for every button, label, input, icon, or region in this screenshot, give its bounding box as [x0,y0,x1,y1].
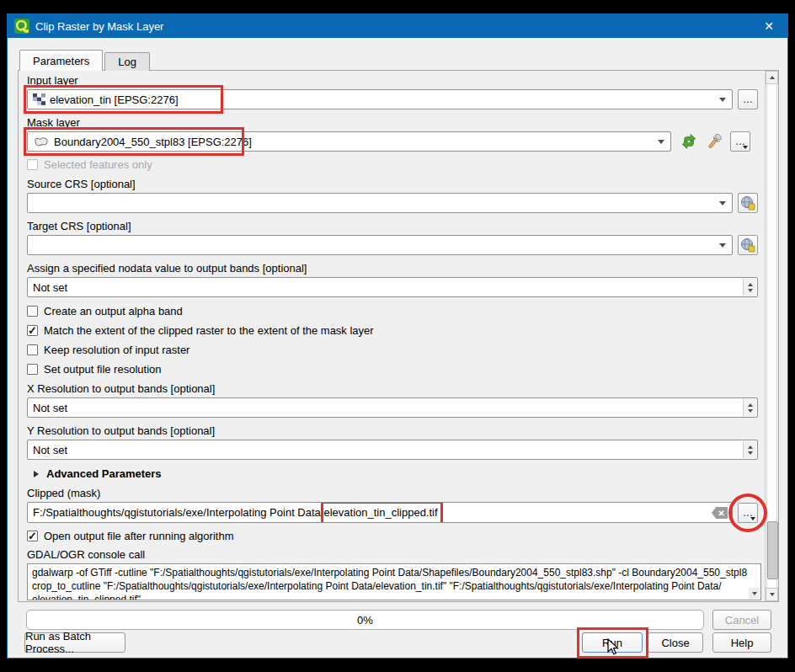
tab-bar: Parameters Log [19,50,150,71]
mask-layer-row: Boundary2004_550_stpl83 [EPSG:2276] [27,131,758,152]
progress-bar: 0% [26,610,704,630]
close-window-button[interactable]: ✕ [750,14,787,38]
create-alpha-label: Create an output alpha band [44,305,183,317]
scroll-down-button[interactable] [766,588,778,601]
menu-corner-icon [750,517,755,520]
mouse-cursor-icon [607,638,619,656]
match-extent-checkbox[interactable] [27,325,38,336]
console-call-label: GDAL/OGR console call [27,548,758,561]
x-resolution-value: Not set [33,402,67,414]
scrollbar-track[interactable] [766,84,777,588]
console-line: elevation_tin_clipped.tif" [32,593,747,600]
open-output-checkbox[interactable] [27,531,38,541]
wrench-icon[interactable] [703,131,725,152]
crs-globe-icon [740,237,755,253]
x-resolution-label: X Resolution to output bands [optional] [27,382,758,395]
console-line: gdalwarp -of GTiff -cutline "F:/Spatialt… [32,566,747,579]
scrollbar-thumb[interactable] [767,521,778,579]
spin-up-icon[interactable] [748,283,753,286]
dropdown-arrow-icon [658,140,664,144]
console-scroll-down-icon[interactable] [749,588,760,599]
target-crs-select-button[interactable] [738,235,758,255]
target-crs-row [27,235,758,255]
y-resolution-row: Not set [27,440,758,460]
y-resolution-value: Not set [33,444,67,456]
output-browse-button[interactable]: … [738,503,758,523]
output-path-field[interactable]: F:/Spatialthoughts/qgistutorials/exe/Int… [27,502,733,523]
set-output-resolution-checkbox[interactable] [27,364,38,375]
open-output-row[interactable]: Open output file after running algorithm [27,530,758,541]
titlebar[interactable]: Clip Raster by Mask Layer ✕ [8,14,787,38]
selected-features-checkbox[interactable] [27,159,38,170]
set-output-resolution-label: Set output file resolution [44,363,161,376]
x-resolution-spinbox[interactable]: Not set [27,397,758,418]
spin-down-icon[interactable] [748,451,753,455]
progress-percent: 0% [357,614,373,627]
dropdown-arrow-icon [719,98,726,102]
target-crs-combobox[interactable] [27,235,733,255]
create-alpha-row[interactable]: Create an output alpha band [27,305,758,317]
nodata-label: Assign a specified nodata value to outpu… [27,262,758,275]
help-button[interactable]: Help [712,632,771,653]
input-layer-row: elevation_tin [EPSG:2276] … [27,89,758,109]
match-extent-label: Match the extent of the clipped raster t… [44,324,374,337]
keep-resolution-checkbox[interactable] [27,344,38,355]
mask-layer-label: Mask layer [27,116,758,129]
gdal-console-textarea[interactable]: gdalwarp -of GTiff -cutline "F:/Spatialt… [27,563,761,600]
y-resolution-label: Y Resolution to output bands [optional] [27,424,758,437]
scroll-up-button[interactable] [766,71,778,84]
mask-layer-value: Boundary2004_550_stpl83 [EPSG:2276] [54,136,252,148]
x-resolution-row: Not set [27,397,758,418]
source-crs-row [27,193,758,213]
advanced-parameters-label: Advanced Parameters [46,467,162,480]
mask-layer-combobox[interactable]: Boundary2004_550_stpl83 [EPSG:2276] [27,131,671,152]
output-path-prefix: F:/Spatialthoughts/qgistutorials/exe/Int… [33,506,323,519]
output-path-filename: elevation_tin_clipped.tif [323,506,437,519]
spin-down-icon[interactable] [748,289,753,292]
polygon-layer-icon [33,136,50,147]
spinner-buttons[interactable] [743,441,756,458]
clip-raster-dialog: Clip Raster by Mask Layer ✕ Parameters L… [7,13,788,659]
iterate-icon[interactable] [678,131,700,152]
nodata-value: Not set [33,281,67,294]
source-crs-select-button[interactable] [738,193,758,213]
advanced-parameters-toggle[interactable]: Advanced Parameters [34,467,758,480]
target-crs-label: Target CRS [optional] [27,220,758,232]
input-layer-browse-button[interactable]: … [738,89,758,109]
keep-resolution-label: Keep resolution of input raster [44,344,189,356]
crs-globe-icon [740,195,755,211]
match-extent-row[interactable]: Match the extent of the clipped raster t… [27,324,758,336]
spinner-buttons[interactable] [743,279,756,296]
tab-log[interactable]: Log [104,52,150,71]
input-layer-label: Input layer [27,74,758,87]
source-crs-label: Source CRS [optional] [27,178,758,190]
spin-up-icon[interactable] [748,403,753,407]
create-alpha-checkbox[interactable] [27,306,38,317]
vertical-scrollbar[interactable] [765,71,778,601]
spinner-buttons[interactable] [743,399,756,416]
tab-parameters[interactable]: Parameters [19,50,103,71]
expand-arrow-icon [34,471,39,477]
run-as-batch-button[interactable]: Run as Batch Process... [24,632,125,653]
mask-layer-browse-button[interactable]: … [730,131,750,152]
set-output-resolution-row[interactable]: Set output file resolution [27,363,758,375]
spin-up-icon[interactable] [748,445,753,449]
source-crs-combobox[interactable] [27,193,733,213]
cancel-button[interactable]: Cancel [712,610,771,630]
selected-features-only-row[interactable]: Selected features only [27,158,758,170]
clipped-mask-label: Clipped (mask) [27,487,758,499]
clipped-output-row: F:/Spatialthoughts/qgistutorials/exe/Int… [27,502,758,523]
raster-layer-icon [33,93,45,105]
keep-resolution-row[interactable]: Keep resolution of input raster [27,344,758,355]
close-button[interactable]: Close [648,632,703,653]
spin-down-icon[interactable] [748,409,753,413]
nodata-spinbox[interactable]: Not set [27,277,758,297]
menu-corner-icon [743,146,748,149]
qgis-logo-icon [14,19,29,34]
clear-text-icon[interactable]: ✕ [712,507,728,519]
input-layer-combobox[interactable]: elevation_tin [EPSG:2276] [27,89,733,109]
dropdown-arrow-icon [719,201,726,205]
y-resolution-spinbox[interactable]: Not set [27,440,758,460]
open-output-label: Open output file after running algorithm [44,530,233,542]
nodata-row: Not set [27,277,758,297]
